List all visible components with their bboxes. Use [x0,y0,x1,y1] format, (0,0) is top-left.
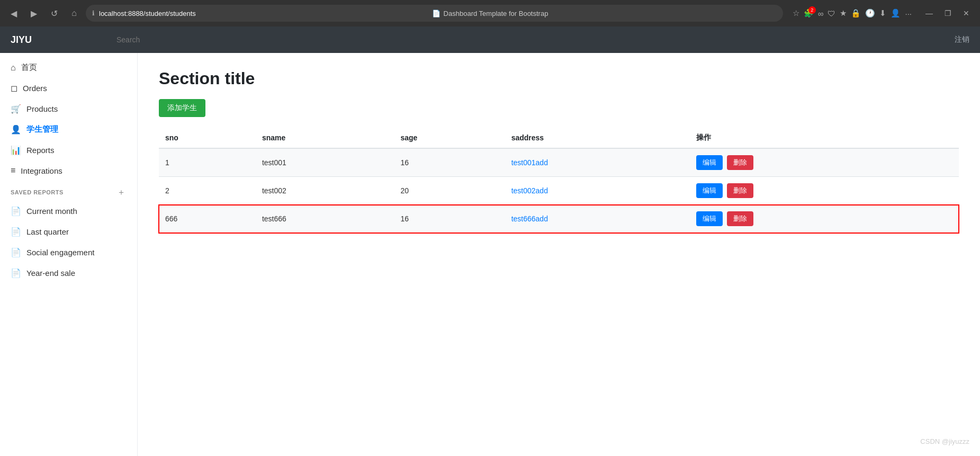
app-logo: JIYU [11,34,116,46]
section-title: Section title [159,69,959,88]
history-icon[interactable]: 🕐 [865,8,875,18]
doc-icon: 📄 [11,268,21,278]
students-table: sno sname sage saddress 操作 1 test001 16 … [159,128,959,233]
watermark: CSDN @jiyuzzz [920,437,969,445]
notification-badge: 2 [808,6,816,14]
table-header-row: sno sname sage saddress 操作 [159,128,959,148]
extensions-icon[interactable]: 🧩 2 [804,8,814,18]
main-layout: ⌂ 首页 ◻ Orders 🛒 Products 👤 学生管理 📊 Report… [0,53,980,456]
edit-button[interactable]: 编辑 [696,183,723,198]
shield-icon[interactable]: 🛡 [828,9,835,18]
doc-icon: 📄 [11,227,21,237]
address-link[interactable]: test001add [511,158,548,167]
table-row: 2 test002 20 test002add 编辑 删除 [159,177,959,205]
cell-sname: test001 [256,148,394,177]
cell-actions: 编辑 删除 [690,205,959,233]
sidebar-item-home[interactable]: ⌂ 首页 [0,57,137,78]
title-text: Dashboard Template for Bootstrap [444,10,549,17]
orders-icon: ◻ [11,83,17,93]
cart-icon: 🛒 [11,104,21,114]
bookmark-icon[interactable]: ★ [840,8,847,18]
download-icon[interactable]: ⬇ [879,8,886,18]
cell-sname: test666 [256,205,394,233]
maximize-button[interactable]: ❐ [940,7,956,20]
col-sname: sname [256,128,394,148]
col-sage: sage [394,128,505,148]
browser-right-icons: ☆ 🧩 2 ∞ 🛡 ★ 🔒 🕐 ⬇ 👤 ··· [793,8,912,18]
nav-back-button[interactable]: ◀ [6,6,21,21]
cell-saddress: test666add [505,205,690,233]
doc-icon: 📄 [11,206,21,216]
sidebar-item-reports[interactable]: 📊 Reports [0,140,137,160]
url-text: localhost:8888/student/students [99,10,196,17]
cell-sno: 666 [159,205,256,233]
address-link[interactable]: test002add [511,186,548,195]
nav-forward-button[interactable]: ▶ [26,6,41,21]
home-icon: ⌂ [11,63,16,73]
users-icon: 👤 [11,124,21,135]
sidebar-item-last-quarter[interactable]: 📄 Last quarter [0,221,137,242]
edit-button[interactable]: 编辑 [696,211,723,226]
close-button[interactable]: ✕ [959,7,974,20]
infinity-icon[interactable]: ∞ [818,9,824,18]
sidebar-item-label: Year-end sale [26,269,75,278]
address-link[interactable]: test666add [511,214,548,223]
sidebar-item-label: Social engagement [26,248,94,257]
sidebar-item-products[interactable]: 🛒 Products [0,99,137,119]
sidebar-item-label: Products [26,104,58,113]
page-icon: 📄 [432,10,440,17]
layers-icon: ≡ [11,166,15,175]
profile-icon[interactable]: 👤 [891,8,901,18]
saved-reports-label: SAVED REPORTS [11,189,64,195]
delete-button[interactable]: 删除 [727,211,753,226]
app-container: JIYU 注销 ⌂ 首页 ◻ Orders 🛒 Products 👤 学生管理 [0,26,980,456]
delete-button[interactable]: 删除 [727,155,753,170]
delete-button[interactable]: 删除 [727,183,753,198]
star-icon[interactable]: ☆ [793,8,799,18]
cell-actions: 编辑 删除 [690,177,959,205]
col-saddress: saddress [505,128,690,148]
header-bar: JIYU 注销 [0,26,980,53]
more-options-icon[interactable]: ··· [905,9,912,18]
window-controls: — ❐ ✕ [921,7,974,20]
sidebar: ⌂ 首页 ◻ Orders 🛒 Products 👤 学生管理 📊 Report… [0,53,138,456]
nav-refresh-button[interactable]: ↺ [47,6,61,21]
cell-saddress: test001add [505,148,690,177]
lock-icon: ℹ [92,10,95,17]
browser-chrome: ◀ ▶ ↺ ⌂ ℹ localhost:8888/student/student… [0,0,980,26]
col-action: 操作 [690,128,959,148]
table-row-highlighted: 666 test666 16 test666add 编辑 删除 [159,205,959,233]
table-body: 1 test001 16 test001add 编辑 删除 2 test002 … [159,148,959,233]
sidebar-item-year-end-sale[interactable]: 📄 Year-end sale [0,263,137,283]
add-report-button[interactable]: ＋ [116,187,127,198]
minimize-button[interactable]: — [921,7,937,20]
sidebar-item-label: Orders [23,84,47,93]
sidebar-item-label: Reports [26,146,55,155]
doc-icon: 📄 [11,247,21,257]
sidebar-item-label: Integrations [21,166,62,175]
cell-actions: 编辑 删除 [690,148,959,177]
content-area: Section title 添加学生 sno sname sage saddre… [138,53,980,456]
edit-button[interactable]: 编辑 [696,155,723,170]
cell-sage: 16 [394,148,505,177]
sidebar-item-current-month[interactable]: 📄 Current month [0,201,137,221]
sidebar-item-student-mgmt[interactable]: 👤 学生管理 [0,119,137,140]
cell-saddress: test002add [505,177,690,205]
logout-button[interactable]: 注销 [955,35,969,44]
safe-icon[interactable]: 🔒 [851,8,861,18]
cell-sno: 1 [159,148,256,177]
cell-sage: 16 [394,205,505,233]
sidebar-item-label: Current month [26,207,77,216]
sidebar-item-label: 学生管理 [26,124,58,135]
sidebar-item-social-engagement[interactable]: 📄 Social engagement [0,242,137,263]
header-search-input[interactable] [116,35,955,44]
chart-icon: 📊 [11,145,21,155]
sidebar-item-integrations[interactable]: ≡ Integrations [0,160,137,181]
sidebar-item-orders[interactable]: ◻ Orders [0,78,137,99]
browser-nav-controls: ◀ ▶ ↺ ⌂ [6,6,82,21]
sidebar-item-label: Last quarter [26,227,69,236]
nav-home-button[interactable]: ⌂ [67,6,82,21]
cell-sno: 2 [159,177,256,205]
sidebar-item-label: 首页 [21,62,37,73]
add-student-button[interactable]: 添加学生 [159,99,205,117]
